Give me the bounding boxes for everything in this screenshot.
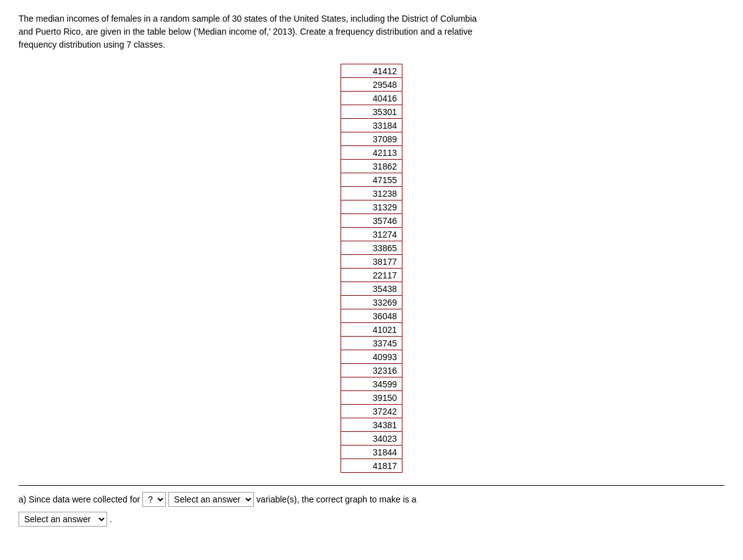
table-row: 31844 (341, 446, 402, 459)
table-row: 42113 (341, 146, 402, 160)
table-row: 35746 (341, 214, 402, 228)
table-row: 37242 (341, 405, 402, 418)
table-row: 32316 (341, 364, 402, 377)
table-row: 40993 (341, 350, 402, 364)
question-a-dropdown2[interactable]: Select an answerquantitativequalitative (168, 492, 254, 507)
table-row: 33269 (341, 296, 402, 309)
question-a-suffix: variable(s), the correct graph to make i… (256, 494, 416, 504)
table-row: 33745 (341, 337, 402, 350)
answer-dropdown[interactable]: Select an answerhistogrambar chartpie ch… (19, 512, 107, 527)
table-row: 36048 (341, 309, 402, 323)
table-row: 41412 (341, 64, 402, 78)
data-table: 4141229548404163530133184370894211331862… (341, 64, 402, 473)
table-row: 34599 (341, 377, 402, 391)
table-row: 47155 (341, 173, 402, 187)
table-row: 29548 (341, 78, 402, 92)
table-row: 35438 (341, 282, 402, 296)
question-a-row: a) Since data were collected for ?123 Se… (19, 492, 724, 507)
question-a-dropdown1[interactable]: ?123 (142, 492, 166, 507)
table-row: 33865 (341, 241, 402, 255)
footer-section: a) Since data were collected for ?123 Se… (19, 485, 724, 527)
table-row: 35301 (341, 105, 402, 119)
table-row: 31329 (341, 200, 402, 214)
answer-row: Select an answerhistogrambar chartpie ch… (19, 512, 724, 527)
table-row: 33184 (341, 119, 402, 132)
table-row: 39150 (341, 391, 402, 405)
table-row: 22117 (341, 269, 402, 282)
table-row: 38177 (341, 255, 402, 269)
answer-suffix: . (110, 514, 112, 524)
table-row: 37089 (341, 132, 402, 146)
table-row: 31274 (341, 228, 402, 241)
table-row: 34023 (341, 432, 402, 446)
table-row: 31238 (341, 187, 402, 200)
table-row: 41817 (341, 459, 402, 473)
intro-paragraph: The median incomes of females in a rando… (19, 12, 489, 51)
question-a-prefix: a) Since data were collected for (19, 494, 140, 504)
data-table-container: 4141229548404163530133184370894211331862… (19, 64, 724, 473)
table-row: 34381 (341, 418, 402, 432)
table-row: 40416 (341, 92, 402, 105)
table-row: 31862 (341, 160, 402, 173)
table-row: 41021 (341, 323, 402, 337)
